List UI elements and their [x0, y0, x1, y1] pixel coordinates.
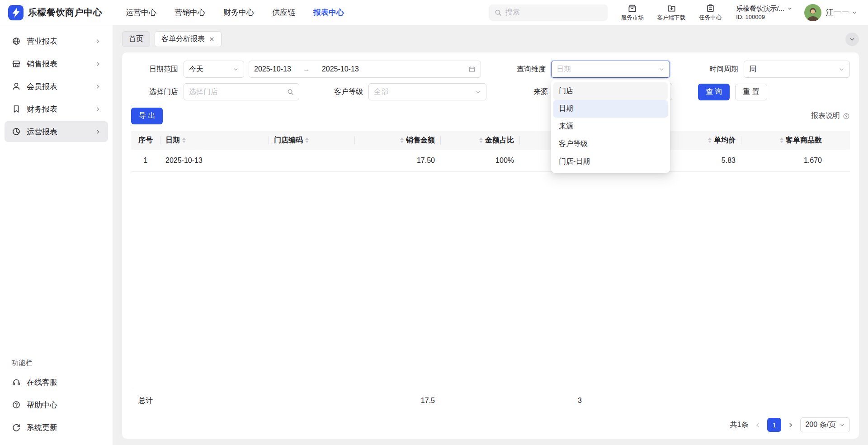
report-help-label: 报表说明	[811, 111, 840, 121]
dropdown-option[interactable]: 门店	[553, 82, 668, 100]
sidebar-item-member-report[interactable]: 会员报表	[5, 76, 108, 97]
page-number-button[interactable]: 1	[767, 418, 781, 432]
client-download-link[interactable]: 客户端下载	[657, 4, 686, 22]
client-download-label: 客户端下载	[657, 14, 686, 22]
reset-button[interactable]: 重 置	[735, 84, 767, 100]
store-input[interactable]: 选择门店	[184, 83, 299, 100]
dimension-select[interactable]: 日期	[551, 61, 670, 78]
table-column-header[interactable]: 金额占比	[440, 131, 519, 150]
calendar-icon	[468, 66, 476, 73]
chevron-right-icon	[95, 84, 101, 90]
user-menu[interactable]: 汪一一	[826, 7, 857, 18]
tab-bar: 首页 客单分析报表 ✕	[113, 25, 868, 52]
sidebar-item-system-update[interactable]: 系统更新	[5, 417, 108, 438]
table-column-header[interactable]: 销售金额	[354, 131, 440, 150]
avatar[interactable]	[804, 4, 821, 21]
report-help[interactable]: 报表说明	[811, 111, 850, 121]
sidebar-item-online-service[interactable]: 在线客服	[5, 372, 108, 393]
sidebar-item-label: 营业报表	[27, 36, 57, 47]
app-logo-icon	[8, 5, 24, 20]
table-column-header[interactable]: 日期	[160, 131, 269, 150]
date-end-value: 2025-10-13	[322, 65, 465, 73]
chevron-down-icon	[840, 422, 845, 428]
period-select[interactable]: 周	[744, 61, 850, 78]
prev-page-button[interactable]	[755, 422, 761, 428]
sidebar-item-help-center[interactable]: 帮助中心	[5, 394, 108, 415]
table-column-header[interactable]: 客单商品数	[741, 131, 827, 150]
column-label: 序号	[138, 136, 153, 145]
chevron-left-icon	[755, 422, 761, 428]
search-placeholder: 搜索	[505, 8, 520, 17]
sidebar-item-label: 财务报表	[27, 104, 57, 114]
nav-item[interactable]: 营销中心	[175, 7, 205, 18]
date-start-value: 2025-10-13	[254, 65, 291, 73]
sort-icon[interactable]	[182, 137, 186, 143]
next-page-button[interactable]	[788, 422, 794, 428]
store-label: 选择门店	[131, 87, 178, 97]
tab-home[interactable]: 首页	[122, 31, 150, 47]
nav-item[interactable]: 供应链	[272, 7, 295, 18]
sidebar-item-business-report[interactable]: 营业报表	[5, 31, 108, 52]
sort-icon[interactable]	[708, 137, 712, 143]
tab-label: 客单分析报表	[161, 34, 205, 44]
service-market-link[interactable]: 服务市场	[621, 4, 644, 22]
date-range-picker[interactable]: 2025-10-13 → 2025-10-13	[249, 61, 481, 78]
filter-row-2: 选择门店 选择门店 客户等级 全部 来源	[131, 83, 850, 100]
total-cell: 17.5	[354, 397, 440, 405]
tenant-name: 乐檬餐饮演示/...	[736, 4, 784, 13]
column-label: 日期	[165, 136, 180, 145]
task-center-link[interactable]: 任务中心	[699, 4, 722, 22]
query-button[interactable]: 查 询	[698, 84, 730, 100]
brand: 乐檬餐饮商户中心	[8, 5, 102, 20]
search-input[interactable]: 搜索	[489, 5, 608, 21]
question-circle-icon	[12, 400, 21, 409]
dropdown-option[interactable]: 日期	[553, 100, 668, 118]
date-preset-select[interactable]: 今天	[184, 61, 244, 78]
customer-level-select[interactable]: 全部	[368, 83, 486, 100]
sort-icon[interactable]	[305, 137, 309, 143]
tenant-switcher[interactable]: 乐檬餐饮演示/... ID: 100009	[736, 4, 793, 21]
page-size-select[interactable]: 200 条/页	[800, 417, 850, 432]
app-title: 乐檬餐饮商户中心	[28, 6, 102, 19]
dropdown-option[interactable]: 客户等级	[553, 135, 668, 153]
chevron-right-icon	[95, 106, 101, 112]
search-icon	[495, 9, 502, 16]
column-label: 销售金额	[406, 136, 435, 145]
table-empty-space	[131, 172, 850, 390]
tab-customer-order-analysis[interactable]: 客单分析报表 ✕	[155, 31, 222, 47]
table-cell: 100%	[440, 150, 519, 171]
nav-item[interactable]: 财务中心	[223, 7, 254, 18]
column-label: 门店编码	[274, 136, 303, 145]
sidebar-item-sales-report[interactable]: 销售报表	[5, 53, 108, 74]
date-range-separator: →	[295, 65, 318, 73]
page-size-value: 200 条/页	[805, 420, 836, 430]
nav-item[interactable]: 报表中心	[313, 7, 344, 18]
chevron-right-icon	[95, 38, 101, 44]
table-body: 12025-10-1317.50100%5.831.670	[131, 150, 850, 172]
pie-chart-icon	[12, 127, 21, 136]
sort-icon[interactable]	[400, 137, 404, 143]
sidebar-section-label: 功能栏	[0, 353, 113, 371]
globe-icon	[12, 37, 21, 46]
chevron-down-icon	[839, 66, 844, 72]
nav-item[interactable]: 运营中心	[126, 7, 156, 18]
collapse-tabs-button[interactable]	[845, 33, 859, 46]
sidebar-item-label: 销售报表	[27, 59, 57, 69]
dropdown-option[interactable]: 来源	[553, 118, 668, 135]
export-button[interactable]: 导 出	[131, 108, 163, 124]
sidebar: 营业报表 销售报表 会员报表 财务报表	[0, 25, 113, 445]
dimension-label: 查询维度	[481, 65, 546, 74]
sidebar-item-finance-report[interactable]: 财务报表	[5, 99, 108, 119]
chevron-right-icon	[788, 422, 794, 428]
table-column-header[interactable]: 门店编码	[269, 131, 354, 150]
customer-level-label: 客户等级	[299, 87, 363, 97]
close-icon[interactable]: ✕	[209, 35, 215, 43]
dropdown-option[interactable]: 门店-日期	[553, 153, 668, 170]
sidebar-item-label: 帮助中心	[27, 400, 57, 410]
headset-icon	[12, 378, 21, 387]
chevron-right-icon	[95, 61, 101, 67]
sort-icon[interactable]	[479, 137, 483, 143]
sidebar-item-operations-report[interactable]: 运营报表	[5, 121, 108, 142]
sort-icon[interactable]	[780, 137, 783, 143]
period-value: 周	[749, 65, 835, 74]
